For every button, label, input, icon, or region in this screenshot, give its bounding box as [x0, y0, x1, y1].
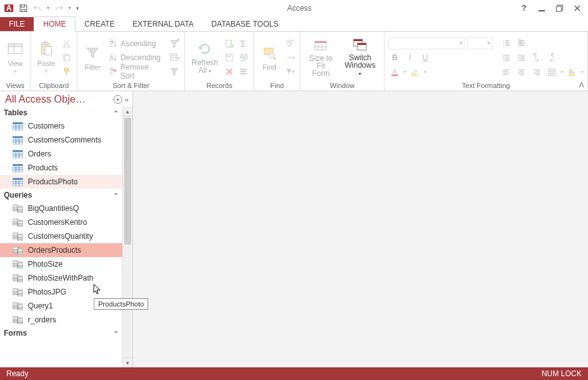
ltr-icon[interactable]: ¶ — [530, 51, 543, 64]
totals-icon[interactable] — [237, 37, 250, 50]
group-window-label: Window — [304, 82, 380, 91]
paste-button[interactable]: Paste ▾ — [35, 37, 58, 79]
underline-icon[interactable]: U — [419, 51, 431, 64]
svg-rect-2 — [539, 10, 545, 11]
align-center-icon[interactable] — [515, 66, 528, 79]
select-icon[interactable]: ▾ — [283, 65, 296, 78]
nav-table-item[interactable]: Customers — [0, 119, 122, 133]
ascending-button[interactable]: AZAscending — [106, 37, 165, 50]
undo-dropdown-icon[interactable]: ▾ — [47, 5, 49, 11]
tab-create[interactable]: CREATE — [75, 17, 124, 31]
scroll-down-icon[interactable]: ▾ — [123, 357, 132, 367]
toggle-filter-icon[interactable] — [168, 65, 181, 78]
svg-rect-67 — [503, 69, 510, 70]
chevron-up-icon[interactable]: ⌄ — [113, 110, 118, 117]
ribbon-collapse-icon[interactable]: ᐱ — [579, 81, 584, 89]
bold-icon[interactable]: B — [388, 51, 401, 64]
close-icon[interactable] — [573, 4, 582, 13]
nav-collapse-icon[interactable]: « — [125, 96, 129, 103]
numbering-icon[interactable]: 123 — [515, 37, 528, 49]
svg-rect-30 — [240, 71, 247, 72]
main-area: All Access Obje… ▾ « Tables⌄CustomersCus… — [0, 91, 588, 367]
tab-file[interactable]: FILE — [0, 17, 34, 31]
scroll-up-icon[interactable]: ▴ — [123, 106, 132, 117]
chevron-up-icon[interactable]: ⌄ — [113, 192, 118, 199]
redo-icon[interactable] — [54, 4, 63, 13]
chevron-up-icon[interactable]: ⌄ — [113, 330, 118, 337]
nav-table-item[interactable]: Products — [0, 161, 122, 175]
nav-menu-icon[interactable]: ▾ — [113, 95, 122, 104]
font-combo[interactable]: ▾ — [388, 37, 464, 49]
minimize-icon[interactable] — [537, 4, 546, 13]
bullets-icon[interactable] — [500, 37, 513, 49]
workspace — [133, 91, 588, 367]
nav-section-head[interactable]: Forms⌄ — [0, 327, 122, 339]
align-right-icon[interactable] — [530, 66, 543, 79]
descending-button[interactable]: ZADescending — [106, 51, 165, 64]
svg-point-49 — [503, 44, 504, 46]
svg-rect-15 — [65, 68, 69, 70]
italic-icon[interactable]: I — [404, 51, 416, 64]
save-icon[interactable] — [19, 4, 28, 13]
tab-external-data[interactable]: EXTERNAL DATA — [124, 17, 202, 31]
app-icon: A — [4, 3, 14, 13]
tooltip: ProductsPhoto — [94, 298, 148, 310]
refresh-all-button[interactable]: RefreshAll ▾ — [189, 37, 220, 79]
nav-section-head[interactable]: Tables⌄ — [0, 106, 122, 119]
nav-item-label: OrdersProducts — [28, 246, 81, 255]
selection-filter-icon[interactable]: ▾ — [168, 37, 181, 50]
help-icon[interactable]: ? — [520, 4, 528, 13]
undo-icon[interactable] — [33, 4, 42, 13]
nav-section-head[interactable]: Queries⌄ — [0, 189, 122, 201]
font-color-icon[interactable]: A — [388, 66, 401, 79]
nav-table-item[interactable]: CustomersComments — [0, 133, 122, 147]
filter-button[interactable]: Filter — [81, 37, 104, 79]
more-records-icon[interactable] — [237, 65, 250, 78]
nav-query-item[interactable]: BigQuantitiesQ — [0, 201, 122, 215]
nav-item-label: Customers — [28, 122, 65, 130]
nav-query-item[interactable]: OrdersProducts — [0, 243, 122, 257]
redo-dropdown-icon[interactable]: ▾ — [68, 5, 71, 11]
gridlines-icon[interactable] — [546, 66, 558, 79]
scroll-thumb[interactable] — [124, 118, 131, 244]
nav-scrollbar[interactable]: ▴ ▾ — [122, 106, 132, 367]
find-button[interactable]: Find — [258, 37, 281, 79]
save-record-icon[interactable] — [223, 51, 236, 64]
tab-home[interactable]: HOME — [34, 16, 75, 32]
size-to-fit-button[interactable]: Size toFit Form — [304, 37, 337, 79]
rtl-icon[interactable]: ¶ — [546, 51, 558, 64]
nav-query-item[interactable]: CustomersQuantity — [0, 229, 122, 243]
spelling-icon[interactable]: ABC — [237, 51, 250, 64]
nav-query-item[interactable]: r_orders — [0, 313, 122, 327]
nav-query-item[interactable]: PhotoSizeWithPath — [0, 271, 122, 285]
fill-color-icon[interactable] — [566, 66, 578, 79]
nav-header[interactable]: All Access Obje… ▾ « — [0, 91, 132, 106]
table-icon — [13, 163, 23, 172]
decrease-indent-icon[interactable] — [500, 51, 513, 64]
tab-database-tools[interactable]: DATABASE TOOLS — [203, 17, 288, 31]
format-painter-icon[interactable] — [60, 65, 73, 78]
nav-table-item[interactable]: Orders — [0, 147, 122, 161]
nav-query-item[interactable]: PhotoSize — [0, 257, 122, 271]
increase-indent-icon[interactable] — [515, 51, 528, 64]
copy-icon[interactable] — [60, 51, 73, 64]
remove-sort-button[interactable]: AZRemove Sort — [106, 65, 165, 78]
restore-icon[interactable] — [555, 4, 564, 13]
goto-icon[interactable]: ▾ — [283, 51, 296, 64]
delete-record-icon[interactable] — [223, 65, 236, 78]
highlight-icon[interactable] — [409, 66, 421, 79]
svg-rect-44 — [412, 74, 419, 76]
switch-windows-button[interactable]: SwitchWindows ▾ — [340, 37, 380, 79]
nav-table-item[interactable]: ProductsPhoto — [0, 175, 122, 189]
refresh-l2: All — [198, 66, 207, 75]
view-button[interactable]: View ▾ — [4, 37, 27, 79]
new-record-icon[interactable] — [223, 37, 236, 50]
align-left-icon[interactable] — [500, 66, 513, 79]
font-size-combo[interactable]: ▾ — [467, 37, 492, 49]
paste-label: Paste — [37, 60, 55, 67]
nav-query-item[interactable]: CustomersKentro — [0, 215, 122, 229]
advanced-filter-icon[interactable]: ▾ — [168, 51, 181, 64]
nav-query-item[interactable]: PhotosJPG — [0, 285, 122, 299]
cut-icon[interactable] — [60, 37, 73, 50]
replace-icon[interactable]: ab — [283, 37, 296, 50]
